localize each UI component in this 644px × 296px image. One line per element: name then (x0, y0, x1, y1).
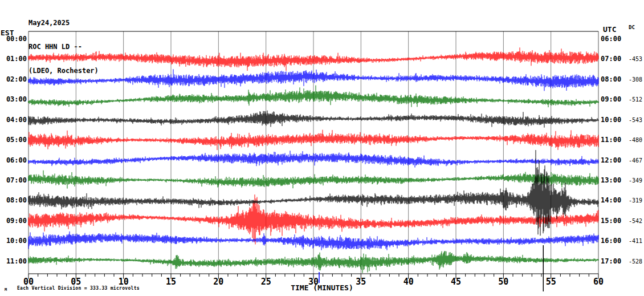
est-hour-label: 01:00 (0, 55, 27, 63)
x-tick-label: 30 (304, 278, 323, 286)
est-hour-label: 00:00 (0, 35, 27, 43)
utc-hour-label: 12:00 (601, 156, 621, 164)
x-tick-label: 55 (542, 278, 560, 286)
est-hour-label: 04:00 (0, 116, 27, 124)
dc-value: -319 (623, 197, 642, 204)
x-tick-label: 20 (209, 278, 227, 286)
dc-value: -308 (623, 76, 642, 83)
utc-hour-label: 15:00 (601, 217, 621, 225)
est-hour-label: 10:00 (0, 237, 27, 245)
x-tick-label: 15 (162, 278, 180, 286)
dc-value: -411 (623, 238, 642, 244)
est-hour-label: 09:00 (0, 217, 27, 225)
utc-hour-label: 14:00 (601, 196, 621, 204)
utc-hour-label: 08:00 (601, 75, 621, 83)
x-tick-label: 35 (352, 278, 370, 286)
footer-glyph: M (5, 287, 7, 292)
est-hour-label: 11:00 (0, 257, 27, 265)
utc-hour-label: 07:00 (601, 55, 621, 63)
utc-hour-label: 10:00 (601, 116, 621, 124)
x-tick-label: 45 (447, 278, 465, 286)
est-hour-label: 05:00 (0, 136, 27, 144)
x-tick-label: 25 (257, 278, 275, 286)
utc-hour-label: 06:00 (601, 35, 621, 43)
x-tick-label: 50 (494, 278, 512, 286)
utc-hour-label: 11:00 (601, 136, 621, 144)
dc-value: -512 (623, 96, 642, 103)
est-hour-label: 08:00 (0, 196, 27, 204)
dc-value: -528 (623, 258, 642, 265)
x-tick-label: 10 (115, 278, 133, 286)
dc-value: -349 (623, 177, 642, 184)
utc-hour-label: 17:00 (601, 257, 621, 265)
x-tick-label: 00 (19, 278, 38, 286)
utc-hour-label: 13:00 (601, 176, 621, 184)
utc-hour-label: 16:00 (601, 237, 621, 245)
dc-value: -453 (623, 56, 642, 62)
dc-value: -543 (623, 117, 642, 123)
helicorder-screen: May24,2025 ROC HHN LD -- (LDEO, Rocheste… (0, 0, 644, 296)
utc-hour-label: 09:00 (601, 95, 621, 103)
est-hour-label: 07:00 (0, 176, 27, 184)
x-tick-label: 05 (67, 278, 85, 286)
est-hour-label: 03:00 (0, 95, 27, 103)
est-hour-label: 02:00 (0, 75, 27, 83)
dc-value: -542 (623, 218, 642, 224)
dc-value: -480 (623, 137, 642, 143)
x-tick-label: 40 (400, 278, 418, 286)
x-tick-label: 60 (589, 278, 608, 286)
dc-value: -467 (623, 157, 642, 164)
est-hour-label: 06:00 (0, 156, 27, 164)
helicorder-plot (0, 0, 644, 296)
